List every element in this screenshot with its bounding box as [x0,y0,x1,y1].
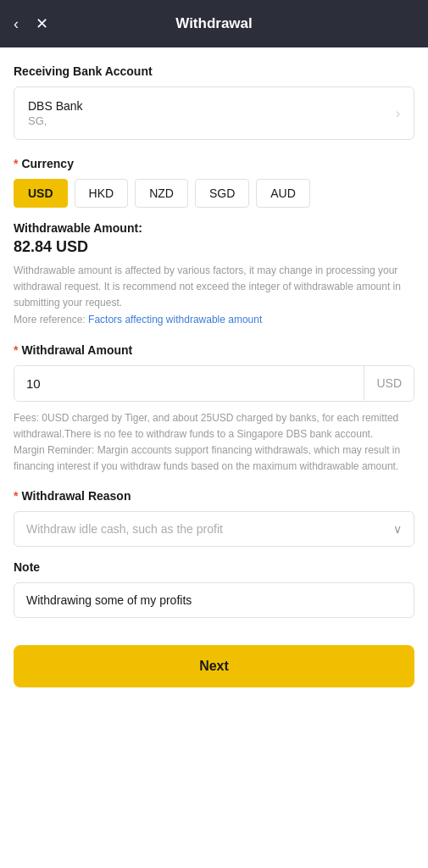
withdrawable-section: Withdrawable Amount: 82.84 USD Withdrawa… [14,221,414,328]
withdrawable-label: Withdrawable Amount: [14,221,414,235]
currency-btn-hkd[interactable]: HKD [75,179,129,208]
page-title: Withdrawal [175,15,253,32]
amount-input[interactable] [14,366,364,401]
header-left-actions: ‹ ✕ [14,16,48,31]
bank-account-label: Receiving Bank Account [14,64,414,78]
currency-btn-nzd[interactable]: NZD [135,179,188,208]
withdrawal-reason-label: * Withdrawal Reason [14,489,414,503]
bank-account-selector[interactable]: DBS Bank SG, › [14,86,414,140]
amount-input-row: USD [14,365,414,402]
required-asterisk: * [14,157,18,170]
note-section: Note [14,560,414,618]
chevron-down-icon: ∨ [393,522,402,536]
note-label: Note [14,560,414,574]
withdrawable-note: Withdrawable amount is affected by vario… [14,263,414,328]
back-button[interactable]: ‹ [14,16,19,31]
bank-country: SG, [28,114,83,127]
chevron-right-icon: › [396,106,400,121]
bank-name: DBS Bank [28,99,83,113]
currency-btn-aud[interactable]: AUD [256,179,310,208]
currency-section: * Currency USD HKD NZD SGD AUD [14,157,414,208]
withdrawal-reason-select[interactable]: Withdraw idle cash, such as the profit ∨ [14,511,414,547]
currency-buttons: USD HKD NZD SGD AUD [14,179,414,208]
currency-btn-usd[interactable]: USD [14,179,68,208]
currency-btn-sgd[interactable]: SGD [195,179,249,208]
withdrawable-amount: 82.84 USD [14,238,414,256]
note-input[interactable] [14,582,414,618]
required-asterisk-3: * [14,489,18,503]
reason-placeholder: Withdraw idle cash, such as the profit [26,522,223,536]
next-button[interactable]: Next [14,645,414,687]
header: ‹ ✕ Withdrawal [0,0,428,47]
close-button[interactable]: ✕ [36,16,48,31]
currency-label: * Currency [14,157,414,170]
fees-note: Fees: 0USD charged by Tiger, and about 2… [14,410,414,476]
withdrawal-amount-section: * Withdrawal Amount USD [14,343,414,402]
bank-info: DBS Bank SG, [28,99,83,127]
withdrawable-link[interactable]: Factors affecting withdrawable amount [88,314,262,326]
amount-currency-tag: USD [364,366,414,400]
content-area: Receiving Bank Account DBS Bank SG, › * … [0,47,428,868]
required-asterisk-2: * [14,343,18,357]
withdrawal-amount-label: * Withdrawal Amount [14,343,414,357]
withdrawal-reason-section: * Withdrawal Reason Withdraw idle cash, … [14,489,414,547]
